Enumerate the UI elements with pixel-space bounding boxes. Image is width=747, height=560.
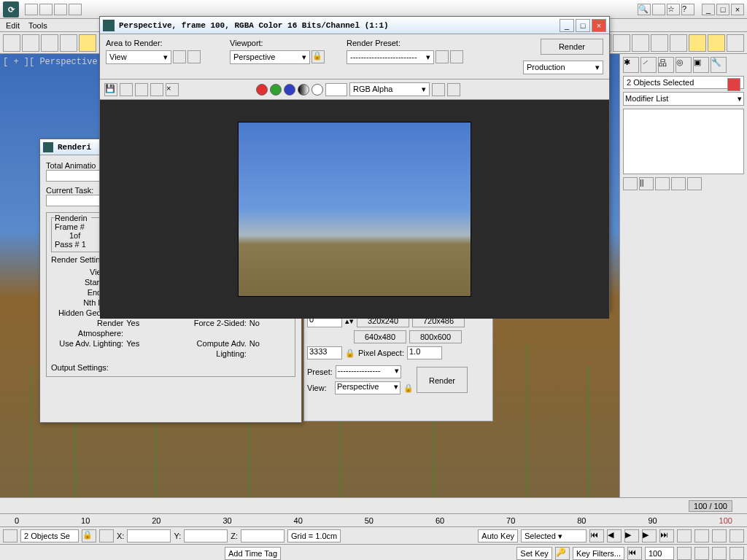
- render-setup-icon[interactable]: [689, 34, 706, 52]
- nav-orbit-icon[interactable]: [694, 547, 709, 560]
- frame-slider-thumb[interactable]: 100 / 100: [689, 500, 732, 512]
- render-button[interactable]: Render: [541, 39, 603, 55]
- render-close-button[interactable]: ×: [592, 19, 606, 32]
- viewport-select[interactable]: Perspective▾: [230, 50, 310, 64]
- keyfilters-button[interactable]: Key Filters...: [573, 547, 624, 560]
- configure-sets-icon[interactable]: [687, 177, 702, 190]
- color-swatch-icon[interactable]: [325, 83, 347, 96]
- nav-fov-icon[interactable]: [712, 529, 727, 542]
- display-tab-icon[interactable]: ▣: [693, 57, 709, 73]
- copy-image-icon[interactable]: [120, 83, 133, 96]
- utilities-tab-icon[interactable]: 🔧: [711, 57, 727, 73]
- alpha-channel-icon[interactable]: [298, 84, 309, 96]
- lock-viewport-icon[interactable]: 🔒: [311, 50, 325, 63]
- make-unique-icon[interactable]: [655, 177, 670, 190]
- color-swatch[interactable]: [727, 78, 740, 91]
- keymode-select[interactable]: Selected ▾: [521, 529, 587, 542]
- env-dialog-icon[interactable]: [436, 50, 449, 63]
- close-button[interactable]: ×: [731, 4, 744, 15]
- clear-icon[interactable]: ×: [166, 83, 179, 96]
- prev-frame-icon[interactable]: ◀: [607, 529, 622, 542]
- red-channel-icon[interactable]: [256, 84, 268, 96]
- maximize-button[interactable]: □: [716, 4, 729, 15]
- render-min-button[interactable]: _: [560, 19, 574, 32]
- nav-max-icon[interactable]: [729, 547, 744, 560]
- key-prev-icon[interactable]: ⏮: [627, 547, 642, 560]
- blue-channel-icon[interactable]: [284, 84, 295, 96]
- lock-selection-icon[interactable]: [3, 529, 18, 542]
- preset-select[interactable]: -------------------------▾: [347, 50, 434, 64]
- print-icon[interactable]: [150, 83, 163, 96]
- motion-tab-icon[interactable]: ◎: [676, 57, 692, 73]
- clone-window-icon[interactable]: [135, 83, 148, 96]
- window-select-icon[interactable]: [60, 34, 77, 52]
- save-icon[interactable]: [54, 4, 67, 15]
- render-max-button[interactable]: □: [576, 19, 590, 32]
- pin-stack-icon[interactable]: [623, 177, 638, 190]
- tool-icon[interactable]: [652, 4, 665, 15]
- layers-icon[interactable]: [613, 34, 630, 52]
- channel-select[interactable]: RGB Alpha▾: [349, 82, 430, 96]
- mono-channel-icon[interactable]: [311, 84, 323, 96]
- lock-view-icon[interactable]: 🔒: [403, 384, 414, 393]
- render-frame-icon[interactable]: [708, 34, 725, 52]
- star-icon[interactable]: ☆: [667, 4, 680, 15]
- size-800-button[interactable]: 800x600: [409, 330, 462, 343]
- undo-icon[interactable]: [69, 4, 82, 15]
- goto-end-icon[interactable]: ⏭: [659, 529, 674, 542]
- new-icon[interactable]: [25, 4, 38, 15]
- menu-tools[interactable]: Tools: [28, 21, 47, 30]
- modifier-stack[interactable]: [623, 109, 744, 174]
- toggle-ui-icon[interactable]: [447, 83, 460, 96]
- preset-dropdown[interactable]: ----------------▾: [336, 365, 401, 378]
- production-select[interactable]: Production▾: [523, 61, 603, 74]
- goto-start-icon[interactable]: ⏮: [589, 529, 604, 542]
- show-result-icon[interactable]: ||: [639, 177, 654, 190]
- render-setup-render-button[interactable]: Render: [417, 367, 468, 393]
- z-input[interactable]: [241, 529, 285, 542]
- next-frame-icon[interactable]: ▶: [642, 529, 657, 542]
- autokey-button[interactable]: Auto Key: [478, 529, 518, 542]
- material-icon[interactable]: [670, 34, 687, 52]
- save-image-icon[interactable]: 💾: [104, 83, 117, 96]
- size-640-button[interactable]: 640x480: [354, 330, 406, 343]
- minimize-button[interactable]: _: [702, 4, 715, 15]
- time-slider[interactable]: 100 / 100: [0, 497, 747, 513]
- lock-aspect-icon[interactable]: 🔒: [345, 349, 355, 358]
- hierarchy-tab-icon[interactable]: 品: [658, 57, 674, 73]
- addtimetag-button[interactable]: Add Time Tag: [225, 547, 281, 560]
- abs-rel-icon[interactable]: [99, 529, 114, 542]
- nav-zoom-icon[interactable]: [694, 529, 709, 542]
- pixel-aspect-spinner[interactable]: 1.0: [407, 346, 442, 359]
- rect-select-icon[interactable]: [41, 34, 58, 52]
- y-input[interactable]: [184, 529, 228, 542]
- move-icon[interactable]: [79, 34, 96, 52]
- play-icon[interactable]: ▶: [624, 529, 639, 542]
- binoculars-icon[interactable]: 🔍: [638, 4, 651, 15]
- arrow-icon[interactable]: [22, 34, 39, 52]
- current-frame-input[interactable]: 100: [645, 547, 674, 560]
- view-dropdown[interactable]: Perspective▾: [335, 381, 400, 394]
- aspect-spinner[interactable]: 3333: [307, 346, 342, 359]
- render-canvas[interactable]: [100, 100, 609, 319]
- selection-lock-icon[interactable]: 🔒: [82, 529, 96, 542]
- remove-modifier-icon[interactable]: [671, 177, 686, 190]
- curve-editor-icon[interactable]: [632, 34, 649, 52]
- time-config-icon[interactable]: [677, 547, 692, 560]
- time-ruler[interactable]: 0102030405060708090100: [0, 513, 747, 526]
- nav-pan-icon[interactable]: [677, 529, 692, 542]
- select-icon[interactable]: [3, 34, 20, 52]
- key-icon[interactable]: 🔑: [555, 547, 570, 560]
- teapot-icon[interactable]: [727, 34, 744, 52]
- menu-edit[interactable]: Edit: [6, 21, 20, 30]
- open-icon[interactable]: [39, 4, 53, 15]
- render-setup-dialog-icon[interactable]: [450, 50, 463, 63]
- region-edit-icon[interactable]: [173, 50, 186, 63]
- help-icon[interactable]: ?: [681, 4, 694, 15]
- toggle-overlay-icon[interactable]: [432, 83, 445, 96]
- setkey-button[interactable]: Set Key: [516, 547, 552, 560]
- green-channel-icon[interactable]: [270, 84, 282, 96]
- nav-region-icon[interactable]: [729, 529, 744, 542]
- create-tab-icon[interactable]: ✱: [623, 57, 639, 73]
- nav-dolly-icon[interactable]: [712, 547, 727, 560]
